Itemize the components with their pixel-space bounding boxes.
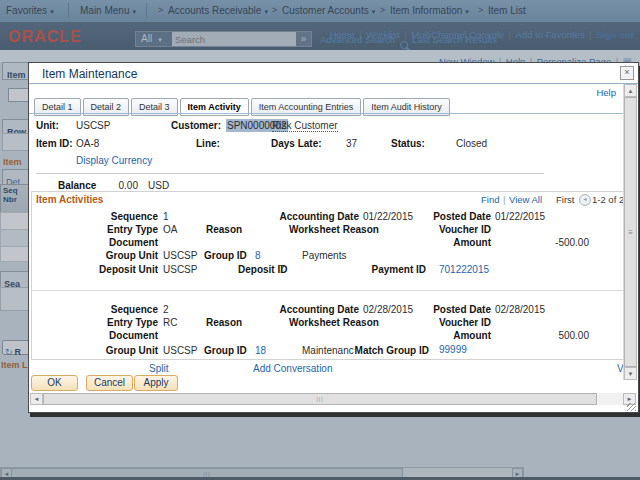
unit-value: USCSP bbox=[76, 120, 110, 131]
amount-value: -500.00 bbox=[509, 237, 589, 248]
group-unit-value: USCSP bbox=[163, 345, 197, 356]
customer-label: Customer: bbox=[171, 120, 221, 131]
payment-id-label: Payment ID bbox=[349, 264, 426, 275]
view-all-link[interactable]: View All bbox=[509, 194, 542, 205]
posted-date-label: Posted Date bbox=[389, 304, 491, 315]
close-icon[interactable]: × bbox=[620, 66, 634, 80]
status-label: Status: bbox=[391, 138, 425, 149]
first-label: First bbox=[556, 194, 574, 205]
worksheet-reason-label: Worksheet Reason bbox=[289, 317, 379, 328]
days-late-label: Days Late: bbox=[271, 138, 322, 149]
status-value: Closed bbox=[456, 138, 487, 149]
group-id-label: Group ID bbox=[204, 250, 247, 261]
modal-title: Item Maintenance bbox=[42, 67, 137, 81]
deposit-unit-label: Deposit Unit bbox=[69, 264, 158, 275]
scroll-left-arrow-icon[interactable]: ◄ bbox=[30, 393, 43, 405]
apply-button[interactable]: Apply bbox=[134, 375, 178, 391]
row-separator bbox=[32, 290, 624, 291]
entry-type-value: RC bbox=[163, 317, 177, 328]
posted-date-label: Posted Date bbox=[389, 211, 491, 222]
row-range-label: 1-2 of 2 bbox=[592, 194, 624, 205]
screen: Favorites▾ Main Menu▾ > Accounts Receiva… bbox=[0, 0, 640, 480]
sequence-value: 2 bbox=[163, 304, 169, 315]
reason-label: Reason bbox=[206, 317, 242, 328]
group-unit-label: Group Unit bbox=[69, 345, 158, 356]
amount-value: 500.00 bbox=[509, 330, 589, 341]
add-conversation-link[interactable]: Add Conversation bbox=[253, 363, 333, 374]
modal-horizontal-scrollbar[interactable]: ◄ ||| ► bbox=[30, 393, 636, 405]
sequence-value: 1 bbox=[163, 211, 169, 222]
thumb-grip-icon: ||| bbox=[317, 396, 324, 402]
horizontal-scrollbar-thumb[interactable]: ||| bbox=[43, 393, 597, 405]
ok-button[interactable]: OK bbox=[31, 375, 78, 391]
scroll-up-arrow-icon[interactable]: ▲ bbox=[624, 84, 637, 97]
item-id-value: OA-8 bbox=[76, 138, 99, 149]
tab-underline bbox=[29, 113, 624, 114]
unit-label: Unit: bbox=[36, 120, 59, 131]
vertical-scrollbar-thumb[interactable]: ≡ bbox=[624, 97, 637, 367]
amount-label: Amount bbox=[389, 330, 491, 341]
voucher-id-label: Voucher ID bbox=[389, 224, 491, 235]
voucher-id-label: Voucher ID bbox=[389, 317, 491, 328]
scroll-down-arrow-icon[interactable]: ▼ bbox=[624, 367, 637, 380]
sequence-label: Sequence bbox=[69, 304, 158, 315]
accounting-date-label: Accounting Date bbox=[259, 211, 359, 222]
resize-grip[interactable] bbox=[627, 403, 636, 411]
customer-name-popup-link[interactable]: Risk Customer bbox=[272, 120, 338, 132]
posted-date-value: 02/28/2015 bbox=[495, 304, 545, 315]
previous-page-icon: ◄ bbox=[579, 194, 591, 206]
posted-date-value: 01/22/2015 bbox=[495, 211, 545, 222]
group-unit-value: USCSP bbox=[163, 250, 197, 261]
days-late-value: 37 bbox=[346, 138, 357, 149]
field-divider bbox=[36, 173, 544, 174]
group-id-label: Group ID bbox=[204, 345, 247, 356]
amount-label: Amount bbox=[389, 237, 491, 248]
reason-label: Reason bbox=[206, 224, 242, 235]
cancel-button[interactable]: Cancel bbox=[86, 375, 133, 391]
find-separator: | bbox=[503, 194, 505, 205]
modal-titlebar: Item Maintenance × bbox=[29, 63, 638, 84]
modal-help-link[interactable]: Help bbox=[596, 87, 616, 98]
split-link[interactable]: Split bbox=[149, 363, 168, 374]
balance-label: Balance bbox=[58, 180, 96, 191]
match-group-id-label: Match Group ID bbox=[329, 345, 429, 356]
entry-type-value: OA bbox=[163, 224, 177, 235]
document-label: Document bbox=[69, 330, 158, 341]
entry-type-label: Entry Type bbox=[69, 224, 158, 235]
item-id-label: Item ID: bbox=[36, 138, 73, 149]
line-label: Line: bbox=[196, 138, 220, 149]
match-group-id-link[interactable]: 99999 bbox=[439, 344, 467, 355]
deposit-unit-value: USCSP bbox=[163, 264, 197, 275]
balance-currency: USD bbox=[148, 180, 169, 191]
accounting-date-label: Accounting Date bbox=[259, 304, 359, 315]
group-unit-label: Group Unit bbox=[69, 250, 158, 261]
item-activities-title: Item Activities bbox=[36, 194, 103, 205]
item-activities-groupbox: Item Activities Find | View All First ◄ … bbox=[31, 191, 625, 360]
deposit-id-value: 7 bbox=[279, 264, 285, 275]
display-currency-link[interactable]: Display Currency bbox=[76, 155, 152, 166]
group-id-link[interactable]: 8 bbox=[255, 250, 261, 261]
group-id-link[interactable]: 18 bbox=[255, 345, 266, 356]
modal-vertical-scrollbar[interactable]: ▲ ≡ ▼ bbox=[623, 84, 637, 380]
payment-id-link[interactable]: 701222015 bbox=[439, 264, 489, 275]
worksheet-reason-label: Worksheet Reason bbox=[289, 224, 379, 235]
sequence-label: Sequence bbox=[69, 211, 158, 222]
balance-value: 0.00 bbox=[93, 180, 138, 191]
item-maintenance-modal: Item Maintenance × Help Detail 1Detail 2… bbox=[28, 62, 639, 413]
document-label: Document bbox=[69, 237, 158, 248]
thumb-grip-icon: ≡ bbox=[628, 228, 633, 237]
find-link[interactable]: Find bbox=[481, 194, 499, 205]
entry-type-label: Entry Type bbox=[69, 317, 158, 328]
activity-type-value: Payments bbox=[302, 250, 346, 261]
